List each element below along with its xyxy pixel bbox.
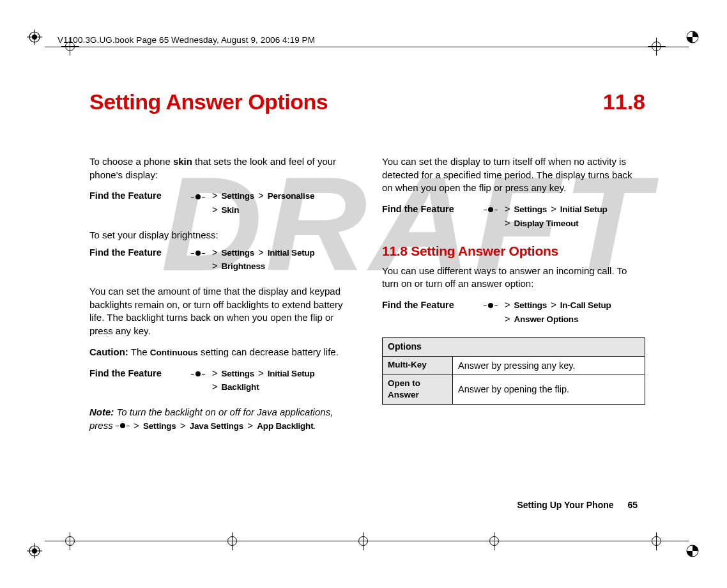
page: V1100.3G.UG.book Page 65 Wednesday, Augu… bbox=[0, 0, 727, 588]
skin-intro: To choose a phone skin that sets the loo… bbox=[89, 155, 353, 182]
nav-key-icon bbox=[185, 246, 211, 259]
timeout-para: You can set the display to turn itself o… bbox=[382, 155, 645, 195]
find-feature-backlight: Find the Feature > Settings > Initial Se… bbox=[89, 367, 353, 395]
find-feature-timeout: Find the Feature > Settings > Initial Se… bbox=[382, 203, 645, 231]
crosshair-icon bbox=[486, 532, 503, 550]
find-feature-label: Find the Feature bbox=[89, 246, 185, 259]
find-feature-label: Find the Feature bbox=[89, 189, 185, 202]
menu-item: Settings bbox=[514, 205, 547, 214]
text: The bbox=[128, 346, 150, 357]
column-left: To choose a phone skin that sets the loo… bbox=[89, 155, 353, 440]
crosshair-icon bbox=[224, 532, 241, 550]
menu-item: Settings bbox=[222, 369, 255, 378]
registration-mark-icon bbox=[685, 29, 700, 45]
option-key: Open to Answer bbox=[383, 375, 453, 404]
menu-item: App Backlight bbox=[257, 421, 313, 431]
text-bold: skin bbox=[173, 156, 192, 167]
menu-item: Initial Setup bbox=[268, 248, 315, 258]
crosshair-icon bbox=[648, 532, 666, 550]
nav-key-icon bbox=[478, 298, 503, 312]
caution-line: Caution: The Continuous setting can decr… bbox=[89, 346, 353, 359]
footer-section: Setting Up Your Phone bbox=[517, 500, 613, 510]
content-area: Setting Answer Options 11.8 To choose a … bbox=[89, 89, 645, 440]
crosshair-icon bbox=[648, 38, 666, 56]
find-feature-answer: Find the Feature > Settings > In-Call Se… bbox=[382, 298, 645, 327]
menu-path: > Settings > Initial Setup > Display Tim… bbox=[503, 203, 645, 231]
text: setting can decrease battery life. bbox=[198, 346, 339, 357]
crop-rule-top bbox=[45, 47, 689, 47]
menu-item: Java Settings bbox=[190, 421, 243, 431]
option-desc: Answer by pressing any key. bbox=[453, 356, 645, 375]
menu-item: Settings bbox=[222, 248, 255, 258]
registration-mark-icon bbox=[27, 29, 42, 45]
note-line: Note: To turn the backlight on or off fo… bbox=[89, 406, 353, 432]
menu-item: In-Call Setup bbox=[560, 300, 611, 310]
menu-path: > Settings > Initial Setup > Brightness bbox=[211, 246, 353, 274]
footer-page-number: 65 bbox=[627, 500, 638, 510]
menu-path: > Settings > Personalise > Skin bbox=[211, 189, 353, 217]
section-title: Setting Answer Options bbox=[89, 89, 645, 114]
note-label: Note: bbox=[89, 406, 114, 417]
find-feature-label: Find the Feature bbox=[89, 367, 185, 380]
menu-item: Backlight bbox=[222, 382, 259, 392]
section-number: 11.8 bbox=[603, 89, 645, 114]
find-feature-label: Find the Feature bbox=[382, 298, 478, 311]
find-feature-label: Find the Feature bbox=[382, 203, 478, 215]
menu-item: Skin bbox=[222, 205, 240, 215]
nav-key-icon bbox=[185, 367, 211, 380]
menu-item: Brightness bbox=[222, 261, 266, 271]
text: . bbox=[313, 420, 316, 431]
menu-item: Initial Setup bbox=[560, 205, 608, 214]
menu-path: > Settings > In-Call Setup > Answer Opti… bbox=[503, 298, 645, 327]
document-header-meta: V1100.3G.UG.book Page 65 Wednesday, Augu… bbox=[57, 35, 315, 45]
registration-mark-icon bbox=[685, 543, 700, 559]
menu-item: Settings bbox=[143, 421, 176, 431]
column-right: You can set the display to turn itself o… bbox=[382, 155, 645, 440]
table-header-row: Options bbox=[383, 338, 645, 356]
nav-key-icon bbox=[185, 189, 211, 203]
menu-item: Initial Setup bbox=[268, 369, 315, 378]
text: To choose a phone bbox=[89, 156, 173, 167]
menu-path: > Settings > Initial Setup > Backlight bbox=[211, 367, 353, 395]
find-feature-brightness: Find the Feature > Settings > Initial Se… bbox=[89, 246, 353, 274]
caution-label: Caution: bbox=[89, 346, 128, 357]
brightness-intro: To set your display brightness: bbox=[89, 229, 353, 242]
answer-para: You can use different ways to answer an … bbox=[382, 265, 645, 291]
menu-item: Settings bbox=[514, 300, 547, 310]
nav-key-icon bbox=[116, 423, 130, 429]
menu-item: Settings bbox=[222, 191, 255, 201]
setting-name: Continuous bbox=[150, 348, 198, 357]
menu-item: Answer Options bbox=[514, 314, 579, 324]
menu-item: Personalise bbox=[268, 191, 315, 201]
table-header: Options bbox=[383, 338, 645, 356]
subsection-heading: 11.8 Setting Answer Options bbox=[382, 242, 645, 261]
menu-item: Display Timeout bbox=[514, 219, 579, 228]
table-row: Multi-Key Answer by pressing any key. bbox=[383, 356, 645, 375]
option-desc: Answer by opening the flip. bbox=[453, 375, 645, 404]
registration-mark-icon bbox=[27, 543, 42, 559]
page-footer: Setting Up Your Phone 65 bbox=[517, 500, 638, 510]
crosshair-icon bbox=[355, 532, 372, 550]
option-key: Multi-Key bbox=[383, 356, 453, 375]
backlight-para: You can set the amount of time that the … bbox=[89, 285, 353, 338]
find-feature-skin: Find the Feature > Settings > Personalis… bbox=[89, 189, 353, 217]
table-row: Open to Answer Answer by opening the fli… bbox=[383, 375, 645, 404]
options-table: Options Multi-Key Answer by pressing any… bbox=[382, 337, 645, 405]
crosshair-icon bbox=[61, 532, 79, 550]
nav-key-icon bbox=[478, 203, 503, 216]
